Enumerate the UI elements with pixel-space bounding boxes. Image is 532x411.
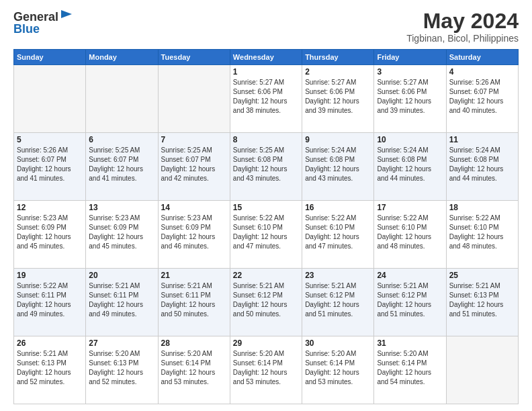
weekday-header-friday: Friday <box>374 50 446 65</box>
day-number: 20 <box>89 271 154 280</box>
day-info: Sunrise: 5:27 AMSunset: 6:06 PMDaylight:… <box>377 78 443 116</box>
calendar-cell: 19Sunrise: 5:22 AMSunset: 6:11 PMDayligh… <box>14 269 86 336</box>
calendar-cell: 26Sunrise: 5:21 AMSunset: 6:13 PMDayligh… <box>14 336 86 404</box>
day-info: Sunrise: 5:21 AMSunset: 6:13 PMDaylight:… <box>17 349 83 387</box>
day-number: 29 <box>233 338 299 348</box>
day-number: 21 <box>161 271 227 280</box>
logo-blue: Blue <box>13 22 73 36</box>
svg-marker-0 <box>61 10 72 18</box>
calendar-cell: 9Sunrise: 5:24 AMSunset: 6:08 PMDaylight… <box>302 133 374 201</box>
day-number: 24 <box>377 271 443 280</box>
header: General Blue May 2024 Tigbinan, Bicol, P… <box>13 10 519 44</box>
logo: General Blue <box>13 10 73 36</box>
calendar-cell <box>14 65 86 133</box>
day-number: 13 <box>89 203 154 212</box>
day-number: 7 <box>161 135 227 144</box>
day-number: 3 <box>377 67 443 77</box>
calendar-cell <box>446 336 518 404</box>
day-info: Sunrise: 5:26 AMSunset: 6:07 PMDaylight:… <box>449 78 515 116</box>
calendar-cell: 20Sunrise: 5:21 AMSunset: 6:11 PMDayligh… <box>86 269 158 336</box>
calendar-cell <box>158 65 230 133</box>
day-info: Sunrise: 5:20 AMSunset: 6:14 PMDaylight:… <box>377 349 443 387</box>
calendar-cell: 5Sunrise: 5:26 AMSunset: 6:07 PMDaylight… <box>14 133 86 201</box>
day-number: 16 <box>305 203 371 212</box>
day-number: 28 <box>161 338 227 348</box>
calendar-cell: 27Sunrise: 5:20 AMSunset: 6:13 PMDayligh… <box>86 336 158 404</box>
calendar-table: SundayMondayTuesdayWednesdayThursdayFrid… <box>13 49 519 404</box>
day-number: 17 <box>377 203 443 212</box>
day-info: Sunrise: 5:20 AMSunset: 6:14 PMDaylight:… <box>161 349 227 387</box>
day-number: 31 <box>377 338 443 348</box>
day-number: 5 <box>17 135 83 144</box>
weekday-header-tuesday: Tuesday <box>158 50 230 65</box>
day-info: Sunrise: 5:20 AMSunset: 6:14 PMDaylight:… <box>233 349 299 387</box>
day-number: 2 <box>305 67 371 77</box>
calendar-cell: 15Sunrise: 5:22 AMSunset: 6:10 PMDayligh… <box>230 201 302 269</box>
calendar-cell: 11Sunrise: 5:24 AMSunset: 6:08 PMDayligh… <box>446 133 518 201</box>
day-number: 30 <box>305 338 371 348</box>
calendar-cell: 17Sunrise: 5:22 AMSunset: 6:10 PMDayligh… <box>374 201 446 269</box>
weekday-header-monday: Monday <box>86 50 158 65</box>
page: General Blue May 2024 Tigbinan, Bicol, P… <box>0 0 532 411</box>
calendar-week-row: 1Sunrise: 5:27 AMSunset: 6:06 PMDaylight… <box>14 65 519 133</box>
day-info: Sunrise: 5:21 AMSunset: 6:12 PMDaylight:… <box>305 281 371 319</box>
day-number: 12 <box>17 203 83 212</box>
day-info: Sunrise: 5:21 AMSunset: 6:12 PMDaylight:… <box>377 281 443 319</box>
calendar-cell: 12Sunrise: 5:23 AMSunset: 6:09 PMDayligh… <box>14 201 86 269</box>
calendar-cell: 25Sunrise: 5:21 AMSunset: 6:13 PMDayligh… <box>446 269 518 336</box>
day-info: Sunrise: 5:25 AMSunset: 6:07 PMDaylight:… <box>161 146 227 183</box>
calendar-cell: 18Sunrise: 5:22 AMSunset: 6:10 PMDayligh… <box>446 201 518 269</box>
day-number: 4 <box>449 67 515 77</box>
day-number: 27 <box>89 338 154 348</box>
calendar-cell: 2Sunrise: 5:27 AMSunset: 6:06 PMDaylight… <box>302 65 374 133</box>
weekday-header-saturday: Saturday <box>446 50 518 65</box>
day-info: Sunrise: 5:20 AMSunset: 6:13 PMDaylight:… <box>89 349 154 387</box>
day-info: Sunrise: 5:23 AMSunset: 6:09 PMDaylight:… <box>17 214 83 251</box>
day-info: Sunrise: 5:25 AMSunset: 6:07 PMDaylight:… <box>89 146 154 183</box>
calendar-cell: 30Sunrise: 5:20 AMSunset: 6:14 PMDayligh… <box>302 336 374 404</box>
day-info: Sunrise: 5:27 AMSunset: 6:06 PMDaylight:… <box>233 78 299 116</box>
calendar-cell: 28Sunrise: 5:20 AMSunset: 6:14 PMDayligh… <box>158 336 230 404</box>
day-info: Sunrise: 5:24 AMSunset: 6:08 PMDaylight:… <box>305 146 371 183</box>
calendar-cell: 7Sunrise: 5:25 AMSunset: 6:07 PMDaylight… <box>158 133 230 201</box>
calendar-cell: 23Sunrise: 5:21 AMSunset: 6:12 PMDayligh… <box>302 269 374 336</box>
day-number: 10 <box>377 135 443 144</box>
day-info: Sunrise: 5:21 AMSunset: 6:13 PMDaylight:… <box>449 281 515 319</box>
day-number: 23 <box>305 271 371 280</box>
day-number: 8 <box>233 135 299 144</box>
day-info: Sunrise: 5:22 AMSunset: 6:10 PMDaylight:… <box>233 214 299 251</box>
calendar-cell: 4Sunrise: 5:26 AMSunset: 6:07 PMDaylight… <box>446 65 518 133</box>
calendar-cell: 22Sunrise: 5:21 AMSunset: 6:12 PMDayligh… <box>230 269 302 336</box>
day-number: 18 <box>449 203 515 212</box>
calendar-cell: 24Sunrise: 5:21 AMSunset: 6:12 PMDayligh… <box>374 269 446 336</box>
calendar-week-row: 12Sunrise: 5:23 AMSunset: 6:09 PMDayligh… <box>14 201 519 269</box>
day-number: 22 <box>233 271 299 280</box>
day-info: Sunrise: 5:22 AMSunset: 6:10 PMDaylight:… <box>305 214 371 251</box>
calendar-cell: 14Sunrise: 5:23 AMSunset: 6:09 PMDayligh… <box>158 201 230 269</box>
calendar-week-row: 5Sunrise: 5:26 AMSunset: 6:07 PMDaylight… <box>14 133 519 201</box>
calendar-cell: 31Sunrise: 5:20 AMSunset: 6:14 PMDayligh… <box>374 336 446 404</box>
location: Tigbinan, Bicol, Philippines <box>406 33 519 44</box>
calendar-cell: 13Sunrise: 5:23 AMSunset: 6:09 PMDayligh… <box>86 201 158 269</box>
calendar-cell: 1Sunrise: 5:27 AMSunset: 6:06 PMDaylight… <box>230 65 302 133</box>
calendar-cell <box>86 65 158 133</box>
day-number: 9 <box>305 135 371 144</box>
day-info: Sunrise: 5:24 AMSunset: 6:08 PMDaylight:… <box>449 146 515 183</box>
calendar-cell: 6Sunrise: 5:25 AMSunset: 6:07 PMDaylight… <box>86 133 158 201</box>
weekday-header-sunday: Sunday <box>14 50 86 65</box>
weekday-header-wednesday: Wednesday <box>230 50 302 65</box>
day-number: 25 <box>449 271 515 280</box>
calendar-cell: 21Sunrise: 5:21 AMSunset: 6:11 PMDayligh… <box>158 269 230 336</box>
day-number: 6 <box>89 135 154 144</box>
day-number: 15 <box>233 203 299 212</box>
calendar-cell: 3Sunrise: 5:27 AMSunset: 6:06 PMDaylight… <box>374 65 446 133</box>
day-info: Sunrise: 5:23 AMSunset: 6:09 PMDaylight:… <box>89 214 154 251</box>
day-number: 1 <box>233 67 299 77</box>
logo-flag-icon <box>60 9 73 22</box>
calendar-cell: 16Sunrise: 5:22 AMSunset: 6:10 PMDayligh… <box>302 201 374 269</box>
day-number: 14 <box>161 203 227 212</box>
calendar-cell: 8Sunrise: 5:25 AMSunset: 6:08 PMDaylight… <box>230 133 302 201</box>
calendar-week-row: 19Sunrise: 5:22 AMSunset: 6:11 PMDayligh… <box>14 269 519 336</box>
day-number: 11 <box>449 135 515 144</box>
day-info: Sunrise: 5:21 AMSunset: 6:11 PMDaylight:… <box>161 281 227 319</box>
